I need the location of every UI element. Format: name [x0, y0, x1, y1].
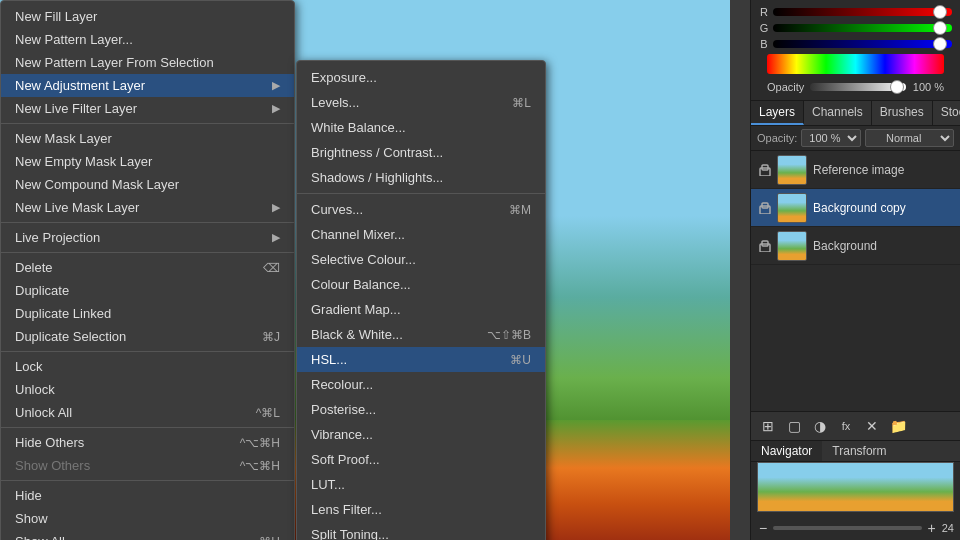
toolbar-icon-fx[interactable]: fx [835, 415, 857, 437]
r-label: R [759, 6, 769, 18]
submenu-item-levels[interactable]: Levels...⌘L [297, 90, 545, 115]
menu-item-unlock-all[interactable]: Unlock All^⌘L [1, 401, 294, 424]
menu-item-show[interactable]: Show [1, 507, 294, 530]
toolbar-icon-stack[interactable]: ⊞ [757, 415, 779, 437]
menu-item-delete[interactable]: Delete⌫ [1, 256, 294, 279]
menu-item-duplicate-linked[interactable]: Duplicate Linked [1, 302, 294, 325]
opacity-row: Opacity 100 % [759, 78, 952, 96]
zoom-out-button[interactable]: − [757, 520, 769, 536]
menu-separator-after-new-live-mask [1, 222, 294, 223]
g-slider-thumb[interactable] [933, 21, 947, 35]
menu-item-live-projection[interactable]: Live Projection▶ [1, 226, 294, 249]
submenu-label-selective-colour: Selective Colour... [311, 252, 416, 267]
menu-item-new-mask[interactable]: New Mask Layer [1, 127, 294, 150]
opacity-dropdown[interactable]: 100 % [801, 129, 861, 147]
menu-item-new-adjustment[interactable]: New Adjustment Layer▶ [1, 74, 294, 97]
submenu-item-soft-proof[interactable]: Soft Proof... [297, 447, 545, 472]
zoom-in-button[interactable]: + [926, 520, 938, 536]
submenu-item-vibrance[interactable]: Vibrance... [297, 422, 545, 447]
tab-channels[interactable]: Channels [804, 101, 872, 125]
submenu-item-posterise[interactable]: Posterise... [297, 397, 545, 422]
menu-item-lock[interactable]: Lock [1, 355, 294, 378]
layers-toolbar: ⊞ ▢ ◑ fx ✕ 📁 [751, 411, 960, 440]
layer-visibility-background[interactable] [757, 238, 773, 254]
layer-item-bg-copy[interactable]: Background copy [751, 189, 960, 227]
menu-item-unlock[interactable]: Unlock [1, 378, 294, 401]
menu-item-new-compound-mask[interactable]: New Compound Mask Layer [1, 173, 294, 196]
zoom-value: 24 [942, 522, 954, 534]
toolbar-icon-new[interactable]: ▢ [783, 415, 805, 437]
menu-arrow-new-adjustment: ▶ [272, 79, 280, 92]
submenu-label-lens-filter: Lens Filter... [311, 502, 382, 517]
submenu-item-recolour[interactable]: Recolour... [297, 372, 545, 397]
menu-item-new-pattern-layer[interactable]: New Pattern Layer... [1, 28, 294, 51]
menu-shortcut-duplicate-selection: ⌘J [262, 330, 280, 344]
menu-label-duplicate: Duplicate [15, 283, 69, 298]
menu-item-duplicate-selection[interactable]: Duplicate Selection⌘J [1, 325, 294, 348]
submenu-item-curves[interactable]: Curves...⌘M [297, 197, 545, 222]
submenu-shortcut-hsl: ⌘U [510, 353, 531, 367]
menu-item-show-all[interactable]: Show All⌘H [1, 530, 294, 540]
submenu-item-hsl[interactable]: HSL...⌘U [297, 347, 545, 372]
menu-item-new-fill-layer[interactable]: New Fill Layer [1, 5, 294, 28]
menu-item-duplicate[interactable]: Duplicate [1, 279, 294, 302]
menu-item-new-live-filter[interactable]: New Live Filter Layer▶ [1, 97, 294, 120]
zoom-slider[interactable] [773, 526, 921, 530]
submenu-item-split-toning[interactable]: Split Toning... [297, 522, 545, 540]
r-slider-track[interactable] [773, 8, 952, 16]
menu-label-new-empty-mask: New Empty Mask Layer [15, 154, 152, 169]
layer-item-reference[interactable]: Reference image [751, 151, 960, 189]
submenu-item-white-balance[interactable]: White Balance... [297, 115, 545, 140]
submenu-item-gradient-map[interactable]: Gradient Map... [297, 297, 545, 322]
menu-item-new-live-mask[interactable]: New Live Mask Layer▶ [1, 196, 294, 219]
opacity-slider[interactable] [810, 83, 906, 91]
toolbar-icon-mask[interactable]: ◑ [809, 415, 831, 437]
layer-visibility-reference[interactable] [757, 162, 773, 178]
menu-shortcut-show-all: ⌘H [259, 535, 280, 541]
menu-label-show-all: Show All [15, 534, 65, 540]
menu-label-lock: Lock [15, 359, 42, 374]
menu-label-new-pattern-layer: New Pattern Layer... [15, 32, 133, 47]
tab-stock[interactable]: Stock [933, 101, 960, 125]
submenu-shortcut-levels: ⌘L [512, 96, 531, 110]
layer-visibility-bg-copy[interactable] [757, 200, 773, 216]
opacity-thumb[interactable] [890, 80, 904, 94]
submenu-item-shadows-highlights[interactable]: Shadows / Highlights... [297, 165, 545, 190]
layer-item-background[interactable]: Background [751, 227, 960, 265]
tab-layers[interactable]: Layers [751, 101, 804, 125]
submenu-label-posterise: Posterise... [311, 402, 376, 417]
color-sliders: R G B Opacity 100 % [751, 0, 960, 100]
g-slider-track[interactable] [773, 24, 952, 32]
blend-mode-dropdown[interactable]: Normal [865, 129, 954, 147]
menu-item-new-empty-mask[interactable]: New Empty Mask Layer [1, 150, 294, 173]
menu-item-hide[interactable]: Hide [1, 484, 294, 507]
submenu-item-lut[interactable]: LUT... [297, 472, 545, 497]
toolbar-icon-folder[interactable]: 📁 [887, 415, 909, 437]
r-slider-thumb[interactable] [933, 5, 947, 19]
color-gradient-bar[interactable] [767, 54, 944, 74]
navigator-zoom-row: − + 24 [751, 516, 960, 540]
submenu-item-selective-colour[interactable]: Selective Colour... [297, 247, 545, 272]
submenu-item-exposure[interactable]: Exposure... [297, 65, 545, 90]
tab-brushes[interactable]: Brushes [872, 101, 933, 125]
menu-label-duplicate-selection: Duplicate Selection [15, 329, 126, 344]
nav-tab-transform[interactable]: Transform [822, 441, 896, 461]
menu-item-hide-others[interactable]: Hide Others^⌥⌘H [1, 431, 294, 454]
submenu-item-lens-filter[interactable]: Lens Filter... [297, 497, 545, 522]
layers-list: Reference image Background copy Backgrou… [751, 151, 960, 411]
layer-thumb-bg-copy [777, 193, 807, 223]
submenu-item-black-white[interactable]: Black & White...⌥⇧⌘B [297, 322, 545, 347]
menu-label-new-fill-layer: New Fill Layer [15, 9, 97, 24]
b-slider-thumb[interactable] [933, 37, 947, 51]
layer-context-menu: New Fill LayerNew Pattern Layer...New Pa… [0, 0, 295, 540]
submenu-item-channel-mixer[interactable]: Channel Mixer... [297, 222, 545, 247]
menu-separator-after-duplicate-selection [1, 351, 294, 352]
submenu-item-colour-balance[interactable]: Colour Balance... [297, 272, 545, 297]
nav-tab-navigator[interactable]: Navigator [751, 441, 822, 461]
menu-separator-after-unlock-all [1, 427, 294, 428]
toolbar-icon-delete[interactable]: ✕ [861, 415, 883, 437]
submenu-item-brightness-contrast[interactable]: Brightness / Contrast... [297, 140, 545, 165]
menu-item-new-pattern-from-sel[interactable]: New Pattern Layer From Selection [1, 51, 294, 74]
submenu-label-shadows-highlights: Shadows / Highlights... [311, 170, 443, 185]
b-slider-track[interactable] [773, 40, 952, 48]
